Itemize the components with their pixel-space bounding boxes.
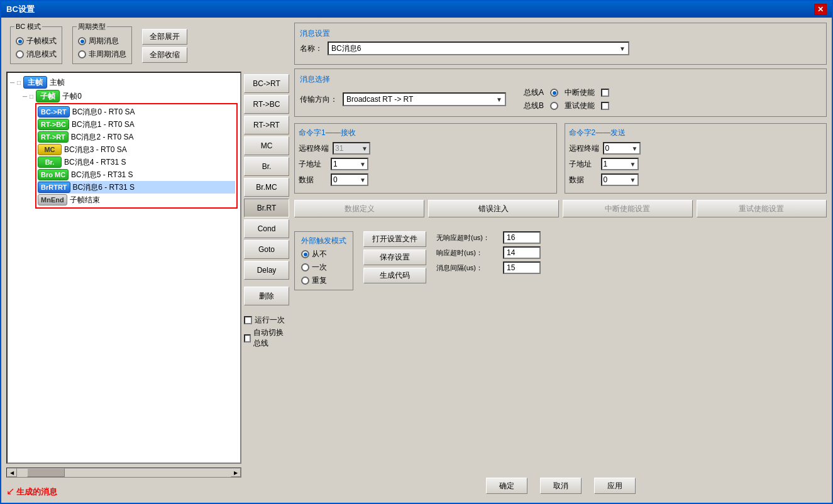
expand-all-button[interactable]: 全部展开 (142, 29, 187, 45)
tree-container[interactable]: ─ □ 主帧 主帧 ─ □ 子帧 子帧0 (6, 72, 241, 464)
periodic-msg-option[interactable]: 周期消息 (78, 36, 126, 47)
tree-item-5[interactable]: Bro MC BC消息5 - RT31 S (38, 168, 235, 181)
cancel-button[interactable]: 取消 (540, 478, 582, 494)
item-3-label: BC消息3 - RT0 SA (64, 145, 127, 155)
rt-rt-button[interactable]: RT->RT (244, 116, 289, 134)
collapse-all-button[interactable]: 全部收缩 (142, 47, 187, 63)
tree-item-2[interactable]: RT->RT BC消息2 - RT0 SA (38, 131, 235, 143)
tree-item-0[interactable]: BC->RT BC消息0 - RT0 SA (38, 106, 235, 118)
tag-brrt: BrRTRT (38, 182, 70, 193)
trigger-never-radio[interactable] (301, 250, 309, 258)
cmd1-sub-dropdown[interactable]: 1 ▼ (331, 158, 368, 170)
auto-switch-checkbox[interactable] (244, 334, 251, 342)
periodic-label: 周期消息 (89, 36, 119, 47)
tree-item-3[interactable]: MC BC消息3 - RT0 SA (38, 143, 235, 156)
delete-button[interactable]: 删除 (244, 287, 289, 305)
retry-enable-checkbox[interactable] (601, 102, 609, 110)
period-type-label: 周期类型 (77, 22, 107, 31)
subframe-mode-option[interactable]: 子帧模式 (16, 36, 57, 47)
retry-enable-label: 重试使能 (565, 101, 595, 111)
bus-b-radio[interactable] (550, 102, 558, 110)
bottom-section: 外部触发模式 从不 一次 重复 打开设置文 (294, 231, 827, 290)
cmd1-data-dropdown[interactable]: 0 ▼ (331, 173, 368, 186)
subframe-mode-radio[interactable] (16, 37, 24, 45)
delay-button[interactable]: Delay (244, 261, 289, 280)
generate-code-button[interactable]: 生成代码 (363, 268, 426, 283)
data-define-button[interactable]: 数据定义 (294, 200, 424, 217)
aperiodic-label: 非周期消息 (89, 49, 126, 60)
item-mnend-label: 子帧结束 (70, 195, 100, 205)
auto-switch-item[interactable]: 自动切换总线 (244, 327, 289, 349)
retry-enable-settings-button[interactable]: 重试使能设置 (697, 200, 827, 217)
no-response-timeout-row: 无响应超时(us)： (436, 231, 541, 244)
bc-rt-button[interactable]: BC->RT (244, 74, 289, 93)
close-button[interactable]: ✕ (814, 4, 827, 15)
run-once-item[interactable]: 运行一次 (244, 315, 289, 326)
aperiodic-radio[interactable] (78, 50, 86, 58)
sub-frame-label: 子帧0 (62, 91, 82, 102)
item-0-label: BC消息0 - RT0 SA (72, 107, 135, 118)
tree-item-6[interactable]: BrRTRT BC消息6 - RT31 S (38, 181, 235, 194)
save-settings-button[interactable]: 保存设置 (363, 249, 426, 265)
ok-button[interactable]: 确定 (486, 478, 527, 494)
trigger-never-label: 从不 (312, 249, 327, 260)
cmd1-remote-dropdown: 31 ▼ (333, 142, 370, 155)
direction-dropdown[interactable]: Broadcast RT -> RT ▼ (343, 92, 506, 106)
apply-button[interactable]: 应用 (594, 478, 636, 494)
br-button[interactable]: Br. (244, 157, 289, 176)
horizontal-scrollbar[interactable]: ◀ ▶ (6, 468, 241, 478)
tree-item-4[interactable]: Br. BC消息4 - RT31 S (38, 156, 235, 168)
direction-row: 传输方向： Broadcast RT -> RT ▼ (300, 92, 506, 106)
periodic-radio[interactable] (78, 37, 86, 45)
cond-button[interactable]: Cond (244, 219, 289, 238)
auto-switch-label: 自动切换总线 (253, 327, 289, 349)
tag-bc-rt: BC->RT (38, 106, 70, 118)
tree-item-mnend[interactable]: MnEnd 子帧结束 (38, 194, 235, 206)
error-inject-button[interactable]: 错误注入 (428, 200, 558, 217)
interrupt-enable-settings-button[interactable]: 中断使能设置 (563, 200, 693, 217)
name-dropdown[interactable]: BC消息6 ▼ (328, 41, 629, 55)
cmd2-sub-dropdown[interactable]: 1 ▼ (601, 158, 639, 170)
bus-a-radio[interactable] (550, 89, 558, 97)
trigger-never-option[interactable]: 从不 (301, 249, 346, 260)
br-mc-button[interactable]: Br.MC (244, 178, 289, 197)
trigger-repeat-radio[interactable] (301, 277, 309, 285)
tag-rt-rt: RT->RT (38, 131, 69, 143)
cmd2-data-dropdown[interactable]: 0 ▼ (601, 173, 639, 186)
trigger-once-option[interactable]: 一次 (301, 262, 346, 273)
generated-msg-label: 生成的消息 (16, 487, 57, 496)
direction-label: 传输方向： (300, 94, 338, 105)
main-frame-label: 主帧 (50, 77, 65, 88)
mc-button[interactable]: MC (244, 136, 289, 155)
goto-button[interactable]: Goto (244, 240, 289, 259)
message-mode-radio[interactable] (16, 50, 24, 58)
message-mode-option[interactable]: 消息模式 (16, 49, 57, 60)
rt-bc-button[interactable]: RT->BC (244, 95, 289, 114)
right-panel: 消息设置 名称： BC消息6 ▼ 消息选择 传输方向： Broadcast (294, 23, 827, 498)
cmd1-title: 命令字1——接收 (299, 128, 553, 138)
name-field-label: 名称： (300, 43, 323, 54)
trigger-once-radio[interactable] (301, 263, 309, 271)
response-timeout-input[interactable] (503, 246, 541, 259)
cmd1-sub-row: 子地址 1 ▼ (299, 158, 553, 170)
msg-interval-input[interactable] (503, 261, 541, 274)
aperiodic-msg-option[interactable]: 非周期消息 (78, 49, 126, 60)
item-1-label: BC消息1 - RT0 SA (72, 119, 135, 130)
confirm-buttons: 确定 取消 应用 (294, 474, 827, 498)
interrupt-enable-checkbox[interactable] (601, 89, 609, 97)
trigger-once-label: 一次 (312, 262, 327, 273)
tag-mnend: MnEnd (38, 194, 67, 205)
bus-a-label: 总线A (524, 87, 544, 98)
trigger-repeat-option[interactable]: 重复 (301, 275, 346, 286)
br-rt-button[interactable]: Br.RT (244, 199, 289, 217)
scrollbar-thumb[interactable] (27, 468, 65, 477)
top-controls: BC 模式 子帧模式 消息模式 周期类型 (6, 23, 289, 68)
cmd2-remote-dropdown[interactable]: 0 ▼ (603, 142, 641, 155)
name-value: BC消息6 (331, 43, 361, 54)
trigger-box: 外部触发模式 从不 一次 重复 (294, 231, 353, 290)
no-response-timeout-input[interactable] (503, 231, 541, 244)
tree-item-1[interactable]: RT->BC BC消息1 - RT0 SA (38, 118, 235, 131)
cmd1-remote-label: 远程终端 (299, 143, 329, 154)
run-once-checkbox[interactable] (244, 316, 252, 324)
open-settings-button[interactable]: 打开设置文件 (363, 231, 426, 247)
